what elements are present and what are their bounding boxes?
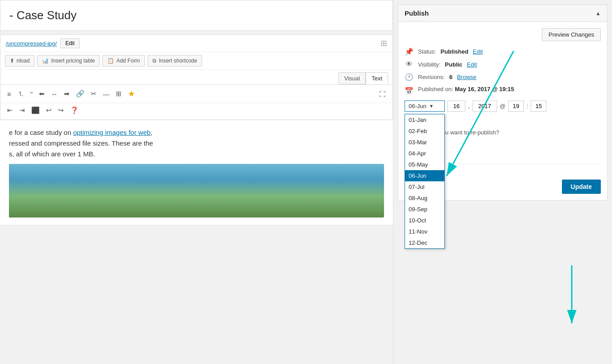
insert-shortcode-button[interactable]: ⧉ Insert shortcode: [148, 55, 202, 67]
published-on-date: May 16, 2017 @ 19:15: [455, 86, 514, 92]
table-icon[interactable]: ⊞: [114, 88, 124, 99]
month-select-display[interactable]: 06-Jun ▼: [405, 100, 445, 112]
redo-icon[interactable]: ↪: [56, 105, 66, 116]
star-icon[interactable]: ★: [126, 88, 137, 100]
revisions-icon: 🕐: [405, 73, 414, 81]
undo-icon[interactable]: ↩: [44, 105, 54, 116]
comma-separator: ,: [468, 103, 470, 109]
list-icon[interactable]: ≡: [5, 89, 13, 99]
status-row: 📌 Status: Published Edit: [405, 47, 601, 56]
date-day-input[interactable]: [447, 100, 465, 112]
grid-icon: ⊞: [380, 38, 387, 48]
title-text: - Case Study: [9, 8, 76, 22]
preview-changes-button[interactable]: Preview Changes: [542, 28, 601, 41]
date-picker-row: 06-Jun ▼ 01-Jan 02-Feb 03-Mar 04-Apr 05-…: [405, 100, 601, 112]
content-paragraph-1: e for a case study on optimizing images …: [9, 127, 384, 138]
divider-icon[interactable]: —: [101, 89, 112, 99]
publish-box: Publish ▲ Preview Changes 📌 Status: Publ…: [398, 4, 608, 201]
date-minute-input[interactable]: [531, 100, 546, 112]
unlink-icon[interactable]: ✂: [89, 88, 99, 99]
content-link[interactable]: optimizing images for web: [73, 129, 150, 136]
align-full-icon[interactable]: ⬛: [29, 105, 42, 116]
month-option-jun[interactable]: 06-Jun: [405, 170, 444, 181]
url-bar: /uncompressed-jpg/ Edit ⊞: [0, 35, 393, 52]
revisions-count: 6: [449, 74, 452, 80]
help-icon[interactable]: ❓: [68, 105, 81, 116]
published-on-text: Published on:: [418, 86, 453, 92]
insert-pricing-table-button[interactable]: 📊 Insert pricing table: [37, 55, 100, 67]
at-label: @: [500, 103, 506, 109]
blockquote-icon[interactable]: ": [28, 89, 35, 99]
extra-toolbar: ⬆ nload 📊 Insert pricing table 📋 Add For…: [0, 52, 393, 70]
visibility-edit-link[interactable]: Edit: [467, 61, 477, 68]
month-option-nov[interactable]: 11-Nov: [405, 226, 444, 237]
month-option-dec[interactable]: 12-Dec: [405, 237, 444, 248]
content-paragraph-3: s, all of which are over 1 MB.: [9, 149, 384, 159]
publish-body: Preview Changes 📌 Status: Published Edit…: [398, 22, 607, 200]
shortcode-icon: ⧉: [152, 58, 156, 64]
content-text-4: s, all of which are over 1 MB.: [9, 150, 95, 158]
update-button[interactable]: Update: [562, 180, 601, 194]
indent-icon[interactable]: ⇥: [17, 105, 27, 116]
month-select-container: 06-Jun ▼ 01-Jan 02-Feb 03-Mar 04-Apr 05-…: [405, 100, 445, 112]
ordered-list-icon[interactable]: ⒈: [15, 88, 26, 100]
month-option-apr[interactable]: 04-Apr: [405, 148, 444, 159]
editor-content[interactable]: e for a case study on optimizing images …: [0, 120, 393, 225]
toolbar-area: /uncompressed-jpg/ Edit ⊞ ⬆ nload 📊 Inse…: [0, 34, 393, 120]
date-hour-input[interactable]: [508, 100, 524, 112]
publish-title: Publish: [405, 9, 429, 17]
align-right-icon[interactable]: ➡: [62, 88, 72, 99]
month-option-aug[interactable]: 08-Aug: [405, 192, 444, 204]
published-on-label: Published on: May 16, 2017 @ 19:15: [418, 86, 514, 92]
calendar-icon: 📅: [405, 87, 414, 95]
visibility-row: 👁 Visibility: Public Edit: [405, 60, 601, 68]
insert-pricing-table-label: Insert pricing table: [51, 58, 95, 64]
collapse-arrow-icon[interactable]: ▲: [595, 10, 601, 17]
pricing-table-icon: 📊: [42, 58, 49, 64]
content-text-1: e for a case study on: [9, 129, 73, 136]
content-paragraph-2: ressed and compressed file sizes. These …: [9, 138, 384, 149]
permalink-link[interactable]: /uncompressed-jpg/: [6, 40, 57, 47]
content-text-2: ,: [151, 129, 152, 136]
form-icon: 📋: [107, 58, 114, 64]
revisions-browse-link[interactable]: Browse: [457, 74, 476, 80]
publish-header: Publish ▲: [398, 5, 607, 22]
month-option-mar[interactable]: 03-Mar: [405, 137, 444, 148]
upload-button[interactable]: ⬆ nload: [5, 55, 34, 67]
add-form-button[interactable]: 📋 Add Form: [102, 55, 145, 67]
month-option-jul[interactable]: 07-Jul: [405, 181, 444, 192]
left-panel: - Case Study /uncompressed-jpg/ Edit ⊞ ⬆…: [0, 0, 393, 364]
edit-permalink-button[interactable]: Edit: [60, 38, 80, 48]
align-center-icon[interactable]: ↔: [49, 89, 60, 99]
visibility-value: Public: [445, 61, 462, 68]
published-on-row: 📅 Published on: May 16, 2017 @ 19:15: [405, 86, 601, 96]
expand-icon[interactable]: ⛶: [377, 89, 388, 99]
month-dropdown-arrow-icon: ▼: [429, 104, 434, 109]
add-form-label: Add Form: [116, 58, 140, 64]
tab-visual[interactable]: Visual: [338, 72, 366, 84]
revisions-label: Revisions:: [418, 74, 445, 80]
month-option-feb[interactable]: 02-Feb: [405, 126, 444, 137]
tab-text[interactable]: Text: [366, 72, 388, 84]
month-dropdown: 01-Jan 02-Feb 03-Mar 04-Apr 05-May 06-Ju…: [405, 114, 445, 249]
month-option-sep[interactable]: 09-Sep: [405, 204, 444, 215]
align-left-icon[interactable]: ⬅: [37, 88, 47, 99]
status-edit-link[interactable]: Edit: [473, 48, 483, 55]
outdent-icon[interactable]: ⇤: [5, 105, 15, 116]
status-label: Status:: [418, 48, 436, 55]
formatting-toolbar-row2: ⇤ ⇥ ⬛ ↩ ↪ ❓: [0, 103, 393, 120]
status-value: Published: [440, 48, 468, 55]
landscape-image: [9, 164, 384, 218]
date-year-input[interactable]: [473, 100, 497, 112]
month-option-may[interactable]: 05-May: [405, 159, 444, 170]
post-title[interactable]: - Case Study: [0, 0, 393, 31]
upload-label: nload: [17, 58, 30, 64]
colon-separator: :: [527, 103, 528, 109]
revisions-row: 🕐 Revisions: 6 Browse: [405, 73, 601, 81]
formatting-toolbar-row1: ≡ ⒈ " ⬅ ↔ ➡ 🔗 ✂ — ⊞ ★ ⛶: [0, 85, 393, 103]
visibility-icon: 👁: [405, 60, 414, 68]
link-icon[interactable]: 🔗: [74, 88, 87, 99]
month-option-oct[interactable]: 10-Oct: [405, 215, 444, 226]
month-option-jan[interactable]: 01-Jan: [405, 114, 444, 126]
preview-btn-row: Preview Changes: [405, 28, 601, 41]
